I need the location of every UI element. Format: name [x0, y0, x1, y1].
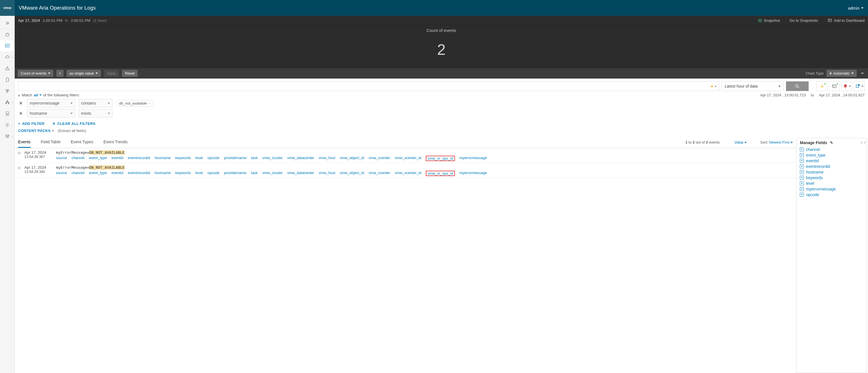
event-gear-icon[interactable]: ⚙ — [18, 151, 21, 155]
tab-field-table[interactable]: Field Table — [41, 137, 61, 148]
field-channel[interactable]: +channel — [800, 147, 863, 152]
add-to-dashboard-button[interactable]: + Add to Dashboard — [828, 18, 865, 23]
add-field-icon[interactable]: + — [800, 193, 804, 197]
nav-clusters[interactable] — [0, 85, 14, 97]
field-hostname[interactable]: +hostname — [800, 169, 863, 175]
share-button[interactable] — [854, 81, 865, 91]
search-input[interactable] — [21, 83, 710, 89]
field-tag-vmw_datacenter[interactable]: vmw_datacenter — [287, 171, 314, 176]
add-field-icon[interactable]: + — [800, 159, 804, 163]
user-menu[interactable]: admin — [848, 6, 864, 10]
field-tag-eventrecordid[interactable]: eventrecordid — [128, 156, 150, 161]
field-tag-vmw_vcenter[interactable]: vmw_vcenter — [369, 171, 391, 176]
sidebar-expand-button[interactable] — [0, 18, 14, 29]
filter-field-select[interactable]: hostname — [27, 109, 75, 117]
nav-cloud[interactable]: › — [0, 52, 14, 63]
field-tag-event_type[interactable]: event_type — [89, 171, 107, 176]
search-button[interactable] — [786, 81, 809, 91]
add-field-icon[interactable]: + — [800, 147, 804, 151]
field-tag-hostname[interactable]: hostname — [155, 171, 171, 176]
field-tag-task[interactable]: task — [251, 156, 258, 161]
add-field-icon[interactable]: + — [800, 181, 804, 185]
field-tag-vmw_cluster[interactable]: vmw_cluster — [262, 171, 283, 176]
field-tag-vmw_cluster[interactable]: vmw_cluster — [262, 156, 283, 161]
field-tag-channel[interactable]: channel — [71, 156, 85, 161]
collapse-filters-toggle[interactable]: ▴ — [18, 93, 20, 97]
field-tag-vmw_vr_ops_id[interactable]: vmw_vr_ops_id — [426, 171, 455, 176]
nav-settings[interactable]: › — [0, 119, 14, 131]
add-series-button[interactable]: + — [56, 70, 64, 77]
field-tag-level[interactable]: level — [195, 156, 203, 161]
field-tag-providername[interactable]: providername — [224, 171, 247, 176]
field-opcode[interactable]: +opcode — [800, 192, 863, 198]
field-tag-source[interactable]: source — [56, 171, 67, 176]
field-tag-event_type[interactable]: event_type — [89, 156, 107, 161]
field-tag-vmw_vr_ops_id[interactable]: vmw_vr_ops_id — [426, 156, 455, 161]
add-field-icon[interactable]: + — [800, 165, 804, 168]
filter-field-select[interactable]: myerrormessage — [27, 99, 75, 107]
chart-type-dropdown[interactable]: # Automatic — [827, 70, 857, 77]
remove-filter-icon[interactable]: ✕ — [18, 101, 24, 105]
clear-all-filters-button[interactable]: ✕ CLEAR ALL FILTERS — [52, 122, 95, 126]
field-keywords[interactable]: +keywords — [800, 175, 863, 180]
field-tag-eventid[interactable]: eventid — [112, 171, 123, 176]
save-favorite-button[interactable]: ★+ — [816, 81, 827, 91]
remove-token-icon[interactable]: × — [149, 101, 150, 105]
nav-dashboard[interactable] — [0, 29, 14, 40]
nav-explore-logs[interactable] — [0, 40, 14, 52]
event-gear-icon[interactable]: ⚙ — [18, 166, 21, 170]
create-alert-button[interactable] — [841, 81, 852, 91]
field-level[interactable]: +level — [800, 180, 863, 186]
field-tag-vmw_vcenter_id[interactable]: vmw_vcenter_id — [395, 156, 421, 161]
add-field-icon[interactable]: + — [800, 176, 804, 180]
field-tag-hostname[interactable]: hostname — [155, 156, 171, 161]
edit-fields-icon[interactable]: ✎ — [830, 140, 833, 145]
field-tag-keywords[interactable]: keywords — [175, 156, 191, 161]
add-to-dashboard-icon-button[interactable]: + — [829, 81, 840, 91]
goto-snapshots-link[interactable]: Go to Snapshots — [790, 19, 818, 23]
field-tag-vmw_host[interactable]: vmw_host — [319, 171, 335, 176]
field-tag-myerrormessage[interactable]: myerrormessage — [460, 171, 487, 176]
reset-button[interactable]: Reset — [122, 70, 138, 77]
view-dropdown[interactable]: View — [735, 140, 747, 145]
field-tag-keywords[interactable]: keywords — [175, 171, 191, 176]
field-tag-eventid[interactable]: eventid — [112, 156, 123, 161]
favorite-icon[interactable]: ★ — [710, 84, 717, 89]
field-tag-vmw_host[interactable]: vmw_host — [319, 156, 335, 161]
nav-sliders[interactable]: › — [0, 131, 14, 142]
field-tag-vmw_vcenter_id[interactable]: vmw_vcenter_id — [395, 171, 421, 176]
field-tag-opcode[interactable]: opcode — [208, 156, 220, 161]
field-myerrormessage[interactable]: +myerrormessage — [800, 186, 863, 192]
tab-events[interactable]: Events — [18, 137, 31, 148]
field-tag-providername[interactable]: providername — [224, 156, 247, 161]
fields-panel-collapse[interactable]: ⏵⏵ — [860, 140, 867, 144]
field-tag-channel[interactable]: channel — [71, 171, 85, 176]
field-tag-level[interactable]: level — [195, 171, 203, 176]
nav-topology[interactable]: › — [0, 97, 14, 108]
sort-control[interactable]: Sort: Newest First — [760, 140, 793, 144]
field-tag-vmw_object_id[interactable]: vmw_object_id — [340, 156, 364, 161]
add-filter-button[interactable]: + ADD FILTER — [18, 122, 44, 126]
snapshot-button[interactable]: Snapshot — [758, 18, 780, 23]
content-packs-dropdown[interactable]: CONTENT PACKS — [18, 129, 54, 133]
filter-operator-select[interactable]: exists — [79, 109, 113, 117]
apply-button[interactable]: Apply — [104, 70, 119, 77]
field-eventrecordid[interactable]: +eventrecordid — [800, 164, 863, 169]
nav-mobile[interactable] — [0, 108, 14, 119]
match-mode-dropdown[interactable]: all — [34, 93, 41, 97]
field-tag-opcode[interactable]: opcode — [208, 171, 220, 176]
as-single-value-dropdown[interactable]: as single value — [66, 70, 101, 77]
field-eventid[interactable]: +eventid — [800, 158, 863, 164]
tab-event-trends[interactable]: Event Trends — [103, 137, 127, 148]
field-tag-source[interactable]: source — [56, 156, 67, 161]
field-tag-vmw_object_id[interactable]: vmw_object_id — [340, 171, 364, 176]
tab-event-types[interactable]: Event Types — [71, 137, 93, 148]
remove-filter-icon[interactable]: ✕ — [18, 111, 24, 115]
nav-file[interactable] — [0, 74, 14, 85]
add-field-icon[interactable]: + — [800, 170, 804, 174]
field-tag-task[interactable]: task — [251, 171, 258, 176]
add-field-icon[interactable]: + — [800, 187, 804, 191]
field-tag-eventrecordid[interactable]: eventrecordid — [128, 171, 150, 176]
timerange-select[interactable]: Latest hour of data — [721, 81, 784, 91]
filter-operator-select[interactable]: contains — [79, 99, 113, 107]
